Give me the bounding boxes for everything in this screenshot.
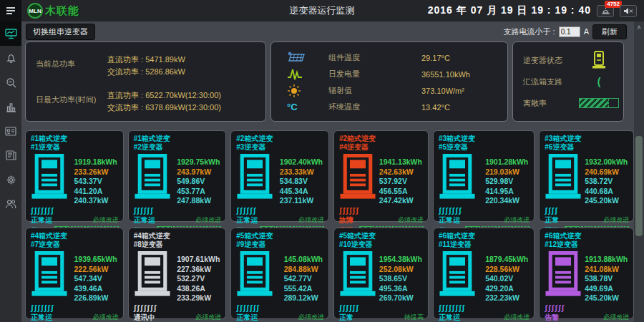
scrollbar-thumb[interactable] [635,136,643,236]
dc-voltage-value: 538.65V [379,274,422,284]
inverter-card[interactable]: #1箱式逆变 #2逆变器 1929.75kWh 243.97kW 549.86V… [128,130,227,222]
improvement-label: 必须改进 [465,313,530,322]
inverter-card[interactable]: #2箱式逆变 #3逆变器 1902.40kWh 233.33kW 534.83V… [230,130,329,222]
dc-power-value: 233.29kW [177,293,220,303]
inverter-cabinet-icon [339,251,376,298]
dc-current-value: 495.36A [379,284,422,294]
dc-voltage-value: 537.92V [379,177,422,187]
heat-wave-icon: ʃʃʃʃʃʃʃ [236,304,260,311]
dc-power-value: 220.34kW [485,196,528,206]
daily-energy-value: 1919.18kWh [74,157,117,167]
datetime-display: 2016 年 07 月 19 日 19 : 19 : 40 [428,4,591,17]
inverter-card[interactable]: #4箱式逆变 #7逆变器 1939.65kWh 222.56kW 547.34V… [25,228,124,319]
sidebar-item-settings[interactable] [0,167,21,192]
switch-string-inverter-button[interactable]: 切换组串逆变器 [26,24,95,40]
inverter-card[interactable]: #5箱式逆变 #9逆变器 145.08kWh 284.88kW 542.77V … [230,228,329,319]
inverter-card[interactable]: #3箱式逆变 #5逆变器 1901.28kWh 219.03kW 529.98V… [433,130,535,222]
bell-icon [6,53,16,64]
inverter-card[interactable]: #1箱式逆变 #1逆变器 1919.18kWh 233.26kW 543.37V… [25,130,124,222]
inverter-name: #1逆变器 [31,143,119,152]
inverter-cabinet-icon [236,154,273,201]
sidebar-item-users[interactable] [0,192,21,216]
ac-power-value: 241.08kW [585,265,628,275]
improvement-label: 必须改进 [54,215,119,225]
dc-power-value: 240.37kW [74,196,117,206]
heat-wave-icon: ʃʃʃʃ [545,207,565,214]
dc-current-value: 438.26A [177,284,220,294]
ac-power-value: 233.33kW [280,167,323,177]
sidebar-item-device-info[interactable] [0,119,21,143]
daily-energy-value: 145.08kWh [284,255,323,265]
heat-wave-icon: ʃʃʃʃʃʃʃ [31,304,54,311]
sidebar-item-search[interactable] [0,70,21,94]
dc-current-value: 441.20A [74,187,117,197]
dc-current-value: 449.69A [585,284,628,294]
discrete-rate-label: 离散率 [523,98,579,109]
pulse-icon [287,68,303,81]
mute-button[interactable] [620,5,637,17]
inverter-status-icon [592,51,606,69]
box-inverter-title: #6箱式逆变 [439,232,530,240]
daily-max-power-label: 日最大功率(时间) [36,89,107,114]
daily-energy-value: 1907.61kWh [177,255,220,265]
status-badge: 正常运行 [439,313,465,322]
dc-current-value: 414.95A [485,187,528,197]
alarm-button[interactable]: 4752 [597,5,614,17]
dc-voltage-value: 540.02V [485,274,528,284]
inverter-name: #10逆变器 [339,240,424,249]
dc-voltage-value: 542.77V [284,274,323,284]
sidebar-item-alarms[interactable] [0,46,21,70]
branch-current-input[interactable] [559,26,580,37]
dc-current-value: 456.55A [379,187,422,197]
ac-power-value: 219.03kW [485,167,528,177]
improvement-label: 必须改进 [565,313,629,322]
inverter-card[interactable]: #6箱式逆变 #12逆变器 1913.88kWh 241.08kW 538.78… [539,228,634,319]
heat-wave-icon: ʃʃʃʃʃʃ [339,207,359,214]
toolbar: 切换组串逆变器 支路电流小于 : A 刷新 [21,21,644,42]
module-temp-value: 29.17°C [421,54,507,62]
current-total-power-label: 当前总功率 [36,54,107,78]
module-temp-label: 组件温度 [328,52,421,63]
alarm-light-icon [601,7,610,14]
dc-voltage-value: 547.34V [74,274,117,284]
dc-voltage-value: 532.27V [177,274,220,284]
sidebar-item-statistics[interactable] [0,94,21,119]
sun-icon [287,84,301,98]
inverter-card[interactable]: #3箱式逆变 #6逆变器 1932.00kWh 240.69kW 538.72V… [539,130,634,222]
inverter-card[interactable]: #5箱式逆变 #10逆变器 1954.38kWh 252.08kW 538.65… [333,228,429,319]
improvement-label: 必须改进 [260,313,324,322]
heat-wave-icon: ʃʃʃʃʃʃʃ [439,207,465,214]
dc-power-value: 226.89kW [74,293,117,303]
ac-power-value: 222.56kW [74,265,117,275]
ac-power-value: 227.36kW [177,265,220,275]
daily-energy-value: 1941.13kWh [379,157,422,167]
daily-energy-value: 1913.88kWh [585,255,628,265]
inverter-name: #9逆变器 [236,240,324,249]
vertical-scrollbar[interactable]: ∧ [634,21,644,322]
inverter-card[interactable]: #4箱式逆变 #8逆变器 1907.61kWh 227.36kW 532.27V… [128,228,227,319]
refresh-button[interactable]: 刷新 [592,24,627,39]
status-badge: 告警运行 [545,313,565,322]
monitor-chart-icon [5,29,17,39]
current-dc-power-value: 直流功率 : 5471.89kW [107,54,185,66]
inverter-name: #7逆变器 [31,240,119,249]
improvement-label: 待提高 [359,313,424,322]
inverter-card[interactable]: #2箱式逆变 #4逆变器 1941.13kWh 242.63kW 537.92V… [333,130,429,222]
heat-wave-icon: ʃʃʃʃʃʃ [545,304,565,311]
box-inverter-title: #5箱式逆变 [339,232,424,240]
inverter-name: #5逆变器 [439,143,530,152]
scroll-up-arrow[interactable]: ∧ [634,21,644,31]
solar-panel-icon [287,52,306,64]
inverter-card[interactable]: #6箱式逆变 #11逆变器 1879.45kWh 228.56kW 540.02… [433,228,535,319]
inverter-name: #3逆变器 [236,143,324,152]
branch-current-filter-label: 支路电流小于 : [504,26,555,37]
sidebar-item-reports[interactable] [0,143,21,167]
sidebar-item-monitor[interactable] [0,21,21,46]
daily-energy-value: 1879.45kWh [485,255,528,265]
status-badge: 正常运行 [339,313,359,322]
branch-icon: ( [597,76,601,87]
ac-power-value: 228.56kW [485,265,528,275]
dc-current-value: 439.46A [74,284,117,294]
dc-current-value: 429.20A [485,284,528,294]
daily-energy-value: 1929.75kWh [177,157,220,167]
